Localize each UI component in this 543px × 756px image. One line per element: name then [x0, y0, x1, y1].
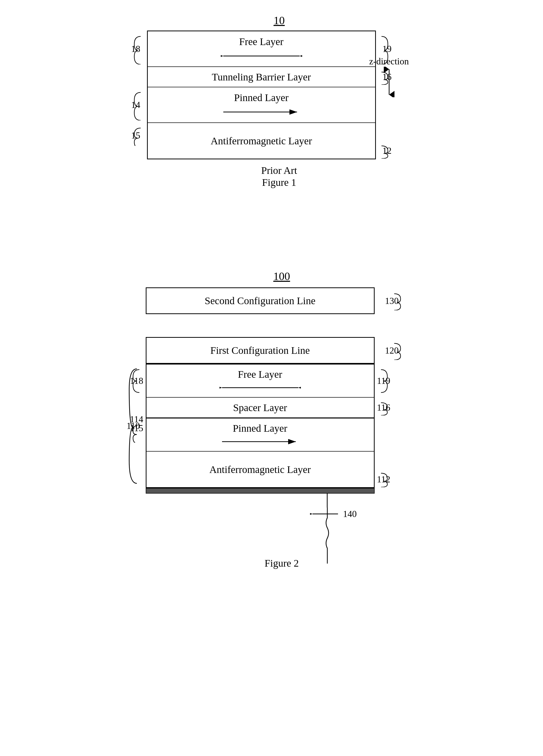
- fig1-free-label: Free Layer: [239, 36, 283, 48]
- fig1-stack: 18 19 Free Layer: [147, 31, 376, 159]
- fig1-free-arrow: [221, 50, 302, 62]
- fig2-caption: Figure 2: [139, 557, 424, 569]
- fig2-free-content: Free Layer: [220, 368, 301, 394]
- bracket-12-svg: [379, 143, 389, 159]
- bracket-118-svg: [132, 367, 142, 395]
- config-spacer: [125, 314, 418, 337]
- fig2-first-config-area: First Configuration Line 120: [125, 337, 418, 364]
- bracket-112-svg: [378, 471, 389, 487]
- fig1-pinned-arrow: [221, 106, 302, 118]
- label-140: 140: [343, 509, 357, 519]
- z-direction-arrow: [383, 67, 395, 97]
- fig2-free-label: Free Layer: [238, 368, 282, 380]
- fig2-pinned-label: Pinned Layer: [233, 422, 287, 434]
- page: 10 18 19: [0, 0, 543, 756]
- fig1-title: 10: [141, 14, 418, 27]
- fig2-free-arrow: [220, 382, 301, 394]
- fig2-stack-wrapper: 110 118 119: [125, 364, 418, 488]
- bracket-14-svg: [133, 90, 143, 120]
- bracket-130-svg: [392, 291, 402, 310]
- fig2-pinned-content: Pinned Layer: [220, 422, 301, 447]
- fig1-pinned-content: Pinned Layer: [221, 92, 302, 118]
- fig1-pinned-row: 14 Pinned Layer: [148, 87, 375, 123]
- fig1-afm-row: 15 12 Antiferromagnetic Layer: [148, 123, 375, 159]
- fig2-free-row: 118 119 Free Layer: [147, 365, 374, 398]
- fig2-connector: 140: [146, 488, 375, 494]
- fig1-tunneling-label: Tunneling Barrier Layer: [212, 71, 311, 83]
- bracket-18-svg: [133, 34, 143, 64]
- fig1-free-layer-row: 18 19 Free Layer: [148, 31, 375, 67]
- fig2-diagram: Second Configuration Line 130 First Conf…: [125, 287, 418, 494]
- connector-squiggle-svg: [323, 508, 331, 564]
- fig1-free-layer-content: Free Layer: [221, 36, 302, 62]
- fig2-pinned-row: 115 Pinned Layer: [147, 418, 374, 452]
- fig2-spacer-label: Spacer Layer: [233, 402, 287, 414]
- bracket-116-svg: [378, 400, 389, 415]
- bracket-15-svg: [133, 125, 143, 146]
- fig1-caption-line2: Figure 1: [141, 176, 418, 188]
- fig2-caption-text: Figure 2: [139, 557, 424, 569]
- connector-stem: [327, 494, 327, 508]
- fig1-caption: Prior Art Figure 1: [141, 164, 418, 188]
- bracket-119-svg: [378, 367, 389, 395]
- fig2-stack: 118 119 Free Layer: [146, 364, 375, 488]
- figure1-section: 10 18 19: [125, 14, 418, 188]
- fig2-second-config-label: Second Configuration Line: [205, 295, 315, 307]
- fig2-spacer-row: 116 Spacer Layer: [147, 398, 374, 418]
- fig1-afm-label: Antiferromagnetic Layer: [211, 135, 312, 147]
- connector-squiggle-wrapper: [327, 508, 327, 564]
- z-direction-group: z-direction: [369, 56, 409, 97]
- connector-bar: [146, 488, 375, 494]
- fig2-title: 100: [139, 270, 424, 283]
- z-direction-label: z-direction: [369, 56, 409, 67]
- fig2-pinned-arrow: [220, 436, 301, 447]
- bracket-115-svg: [132, 422, 142, 443]
- fig2-second-config-box: Second Configuration Line: [146, 287, 375, 314]
- fig2-afm-label: Antiferromagnetic Layer: [209, 464, 311, 475]
- fig2-afm-row: 112 Antiferromagnetic Layer: [147, 452, 374, 487]
- fig1-diagram: 18 19 Free Layer: [132, 31, 411, 159]
- fig2-connector-arrow-area: 140: [310, 508, 357, 520]
- bracket-120-svg: [392, 341, 402, 360]
- fig1-caption-line1: Prior Art: [141, 164, 418, 176]
- fig2-first-config-box: First Configuration Line: [146, 337, 375, 364]
- fig2-first-config-label: First Configuration Line: [210, 344, 310, 356]
- fig1-pinned-label: Pinned Layer: [234, 92, 288, 104]
- fig1-tunneling-row: 16 Tunneling Barrier Layer: [148, 67, 375, 87]
- figure2-section: 100 Second Configuration Line 130 First …: [119, 270, 424, 569]
- fig2-second-config-area: Second Configuration Line 130: [125, 287, 418, 314]
